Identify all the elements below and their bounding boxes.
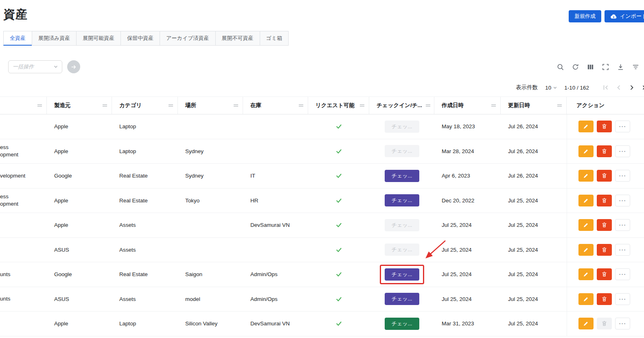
last-page-button[interactable] [641, 84, 644, 91]
column-drag-handle-icon[interactable] [491, 103, 496, 108]
column-drag-handle-icon[interactable] [359, 103, 365, 108]
column-header[interactable]: アクション [567, 97, 644, 114]
delete-button[interactable] [597, 318, 612, 329]
cell-manufacturer: Apple [47, 148, 112, 154]
column-drag-handle-icon[interactable] [168, 103, 173, 108]
more-button[interactable]: ··· [615, 195, 630, 206]
more-button[interactable]: ··· [615, 268, 630, 280]
delete-button[interactable] [597, 244, 612, 256]
edit-button[interactable] [578, 219, 594, 231]
check-button[interactable]: チェッ... [385, 244, 419, 256]
tab-4[interactable]: アーカイブ済資産 [160, 31, 215, 46]
delete-button[interactable] [597, 268, 612, 280]
tab-3[interactable]: 保留中資産 [120, 31, 160, 46]
columns-icon[interactable] [587, 63, 594, 70]
column-header[interactable]: カテゴリ [112, 97, 178, 114]
prev-page-button[interactable] [615, 84, 622, 91]
more-button[interactable]: ··· [615, 145, 630, 157]
tab-1[interactable]: 展開済み資産 [32, 31, 77, 46]
cell-stock: Admin/Ops [243, 271, 308, 277]
check-button[interactable]: チェッ... [385, 268, 419, 281]
chevron-down-icon [54, 65, 58, 69]
more-button[interactable]: ··· [615, 293, 630, 305]
check-button[interactable]: チェッ... [385, 219, 419, 231]
download-icon[interactable] [617, 63, 624, 70]
table-toolbar-icons [556, 63, 639, 70]
cell-requestable [308, 173, 369, 179]
bulk-action-select[interactable]: 一括操作 [8, 60, 62, 73]
cell-actions: ··· [567, 213, 644, 237]
search-icon[interactable] [556, 63, 564, 70]
edit-button[interactable] [578, 121, 594, 132]
column-header[interactable]: 作成日時 [434, 97, 501, 114]
column-header[interactable]: リクエスト可能 [308, 97, 369, 114]
delete-button[interactable] [597, 219, 612, 231]
cloud-upload-icon [610, 14, 617, 19]
column-drag-handle-icon[interactable] [298, 103, 304, 108]
fullscreen-icon[interactable] [602, 63, 609, 70]
cell-created: Mar 31, 2023 [434, 320, 501, 327]
check-button[interactable]: チェッ... [385, 318, 419, 330]
cell-name: ess opment [0, 193, 47, 208]
more-button[interactable]: ··· [615, 244, 630, 256]
check-button[interactable]: チェッ... [385, 194, 419, 206]
tab-6[interactable]: ゴミ箱 [260, 31, 289, 46]
bulk-apply-button[interactable] [67, 60, 80, 73]
check-button[interactable]: チェッ... [385, 145, 419, 157]
tab-0[interactable]: 全資産 [3, 31, 32, 46]
column-header[interactable]: チェックイン/チ... [369, 97, 434, 114]
more-button[interactable]: ··· [615, 219, 630, 231]
column-drag-handle-icon[interactable] [37, 103, 42, 108]
tab-2[interactable]: 展開可能資産 [76, 31, 121, 46]
edit-button[interactable] [578, 244, 594, 256]
cell-location: Tokyo [178, 198, 243, 204]
cell-manufacturer: Google [47, 271, 112, 277]
more-button[interactable]: ··· [615, 121, 630, 132]
trash-icon [601, 320, 607, 327]
edit-button[interactable] [578, 195, 594, 206]
column-drag-handle-icon[interactable] [102, 103, 107, 108]
more-button[interactable]: ··· [615, 170, 630, 182]
ellipsis-icon: ··· [619, 320, 626, 327]
check-button[interactable]: チェッ... [385, 121, 419, 133]
column-header[interactable]: 在庫 [243, 97, 308, 114]
import-button[interactable]: インポート [605, 10, 644, 22]
refresh-icon[interactable] [572, 63, 579, 70]
edit-button[interactable] [578, 293, 594, 305]
cell-location: Silicon Valley [178, 320, 243, 327]
column-header-label: 更新日時 [508, 102, 530, 109]
cell-manufacturer: Apple [47, 123, 112, 129]
edit-button[interactable] [578, 268, 594, 280]
import-button-label: インポート [620, 13, 644, 20]
column-drag-handle-icon[interactable] [425, 103, 431, 108]
check-button[interactable]: チェッ... [385, 293, 419, 305]
delete-button[interactable] [597, 145, 612, 157]
ellipsis-icon: ··· [619, 198, 626, 204]
delete-button[interactable] [597, 195, 612, 206]
column-header[interactable]: 更新日時 [501, 97, 567, 114]
column-header[interactable]: 場所 [178, 97, 243, 114]
column-drag-handle-icon[interactable] [557, 103, 562, 108]
page-size-select[interactable]: 10 [545, 85, 557, 91]
column-drag-handle-icon[interactable] [233, 103, 239, 108]
delete-button[interactable] [597, 170, 612, 182]
tab-5[interactable]: 展開不可資産 [215, 31, 260, 46]
create-button[interactable]: 新規作成 [569, 10, 601, 22]
column-header[interactable] [0, 97, 47, 114]
check-button-label: チェッ... [392, 172, 412, 180]
edit-button[interactable] [578, 318, 594, 329]
table-row: Apple Assets DevSamurai VN チェッ... Jul 25… [0, 213, 644, 238]
more-button[interactable]: ··· [615, 318, 630, 329]
first-page-button[interactable] [602, 84, 609, 91]
next-page-button[interactable] [628, 84, 635, 91]
check-button[interactable]: チェッ... [385, 170, 419, 182]
column-header[interactable]: 製造元 [47, 97, 112, 114]
trash-icon [601, 198, 607, 204]
delete-button[interactable] [597, 293, 612, 305]
filter-icon[interactable] [632, 63, 639, 70]
tab-label: ゴミ箱 [266, 35, 283, 41]
edit-button[interactable] [578, 145, 594, 157]
delete-button[interactable] [597, 121, 612, 132]
cell-checkinout: チェッ... [369, 121, 434, 133]
edit-button[interactable] [578, 170, 594, 182]
